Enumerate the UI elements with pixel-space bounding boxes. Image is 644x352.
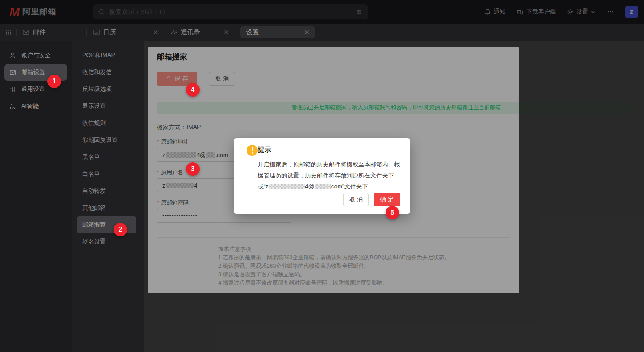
- dialog-title: 提示: [258, 146, 271, 155]
- redacted-mosaic: [269, 184, 305, 189]
- step-badge-1: 1: [47, 75, 61, 88]
- app-window: M 阿里邮箱 通知 下载客户端: [0, 0, 644, 352]
- step-badge-3: 3: [186, 162, 200, 176]
- dialog-confirm-button[interactable]: 确 定: [374, 193, 400, 206]
- redacted-mosaic: [315, 184, 331, 189]
- dialog-cancel-button[interactable]: 取 消: [343, 193, 369, 206]
- dialog-body: 开启搬家后，原邮箱的历史邮件将搬取至本邮箱内。根据管理员的设置，历史邮件将存放到…: [258, 159, 401, 192]
- step-badge-4: 4: [186, 83, 200, 97]
- confirm-dialog: 提示 开启搬家后，原邮箱的历史邮件将搬取至本邮箱内。根据管理员的设置，历史邮件将…: [234, 138, 410, 214]
- step-badge-5: 5: [386, 206, 399, 219]
- dialog-body-text: com”文件夹下: [331, 183, 368, 190]
- warning-icon: [247, 145, 258, 156]
- dialog-cancel-label: 取 消: [349, 196, 363, 203]
- dialog-body-text: 4@: [305, 183, 314, 190]
- dialog-confirm-label: 确 定: [380, 196, 394, 203]
- step-badge-2: 2: [114, 223, 127, 236]
